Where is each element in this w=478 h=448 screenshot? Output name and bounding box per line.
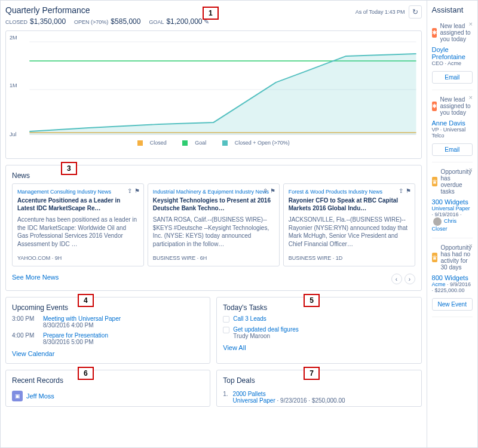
assistant-title: Assistant bbox=[432, 5, 473, 14]
events-title: Upcoming Events bbox=[12, 303, 204, 312]
close-icon[interactable]: × bbox=[469, 94, 473, 101]
share-icon[interactable]: ⇪ bbox=[399, 188, 403, 194]
news-item[interactable]: ⇪⚑ Management Consulting Industry News A… bbox=[12, 183, 144, 266]
event-row[interactable]: 3:00 PM Meeting with Universal Paper8/30… bbox=[12, 315, 204, 329]
lead-icon: ✱ bbox=[432, 28, 437, 38]
assistant-item: × ✱New lead assigned to you today Doyle … bbox=[432, 17, 473, 90]
assistant-item: × ✱New lead assigned to you today Anne D… bbox=[432, 90, 473, 162]
assistant-item: × ♛Opportunity has overdue tasks 300 Wid… bbox=[432, 162, 473, 238]
view-calendar-link[interactable]: View Calendar bbox=[12, 350, 204, 357]
avatar-icon bbox=[433, 217, 442, 226]
lead-name-link[interactable]: Anne Davis bbox=[432, 119, 473, 127]
recent-title: Recent Records bbox=[12, 376, 204, 385]
event-row[interactable]: 4:00 PM Prepare for Presentation8/30/201… bbox=[12, 332, 204, 345]
task-checkbox[interactable] bbox=[223, 316, 229, 323]
email-button[interactable]: Email bbox=[432, 143, 473, 156]
share-icon[interactable]: ⇪ bbox=[263, 188, 268, 194]
close-icon[interactable]: × bbox=[469, 20, 473, 27]
recent-records-panel: 6 Recent Records ▣ Jeff Moss bbox=[5, 370, 210, 407]
news-item[interactable]: ⇪⚑ Industrial Machinery & Equipment Indu… bbox=[148, 183, 280, 266]
callout-6: 6 bbox=[78, 367, 94, 380]
callout-1: 1 bbox=[203, 7, 219, 20]
lead-icon: ✱ bbox=[432, 102, 437, 111]
close-icon[interactable]: × bbox=[469, 166, 473, 173]
performance-metrics: CLOSED$1,350,000 OPEN (>70%)$585,000 GOA… bbox=[5, 17, 209, 26]
opportunity-icon: ♛ bbox=[432, 177, 437, 186]
news-prev-button[interactable]: ‹ bbox=[391, 274, 402, 284]
view-all-tasks-link[interactable]: View All bbox=[223, 344, 415, 351]
contact-icon: ▣ bbox=[12, 391, 23, 401]
deal-row[interactable]: 1. 2000 PalletsUniversal Paper · 9/23/20… bbox=[223, 391, 415, 404]
refresh-button[interactable]: ↻ bbox=[409, 5, 422, 19]
lead-name-link[interactable]: Doyle Prefontaine bbox=[432, 46, 473, 60]
callout-7: 7 bbox=[304, 367, 320, 380]
news-panel: 3 News ⇪⚑ Management Consulting Industry… bbox=[5, 165, 422, 291]
flag-icon[interactable]: ⚑ bbox=[406, 188, 411, 194]
asof-label: As of Today 1:43 PM bbox=[356, 9, 405, 15]
news-item[interactable]: ⇪⚑ Forest & Wood Products Industry News … bbox=[283, 183, 415, 266]
flag-icon[interactable]: ⚑ bbox=[134, 188, 140, 194]
see-more-news-link[interactable]: See More News bbox=[12, 274, 59, 281]
callout-3: 3 bbox=[61, 162, 77, 175]
opportunity-link[interactable]: 800 Widgets bbox=[432, 274, 473, 281]
email-button[interactable]: Email bbox=[432, 71, 473, 84]
tasks-panel: 5 Today's Tasks Call 3 Leads Get updated… bbox=[216, 297, 421, 364]
news-next-button[interactable]: › bbox=[405, 274, 415, 284]
top-deals-panel: 7 Top Deals 1. 2000 PalletsUniversal Pap… bbox=[216, 370, 421, 407]
new-event-button[interactable]: New Event bbox=[432, 298, 473, 311]
flag-icon[interactable]: ⚑ bbox=[270, 188, 275, 194]
chart-legend: Closed Goal Closed + Open (>70%) bbox=[11, 140, 416, 146]
assistant-item: × ♛Opportunity has had no activity for 3… bbox=[432, 238, 473, 317]
events-panel: 4 Upcoming Events 3:00 PM Meeting with U… bbox=[5, 297, 210, 364]
task-row[interactable]: Call 3 Leads bbox=[223, 315, 415, 323]
callout-4: 4 bbox=[78, 294, 94, 307]
recent-record-row[interactable]: ▣ Jeff Moss bbox=[12, 391, 204, 401]
share-icon[interactable]: ⇪ bbox=[127, 188, 132, 194]
close-icon[interactable]: × bbox=[469, 242, 473, 249]
task-row[interactable]: Get updated deal figuresTrudy Maroon bbox=[223, 326, 415, 339]
performance-chart: 2M 1M Jul Closed Goal Closed + Open (>70… bbox=[5, 30, 422, 159]
opportunity-icon: ♛ bbox=[432, 253, 437, 262]
page-title: Quarterly Performance bbox=[5, 5, 209, 15]
opportunity-link[interactable]: 300 Widgets bbox=[432, 198, 473, 205]
callout-5: 5 bbox=[304, 294, 320, 307]
task-checkbox[interactable] bbox=[223, 327, 229, 333]
